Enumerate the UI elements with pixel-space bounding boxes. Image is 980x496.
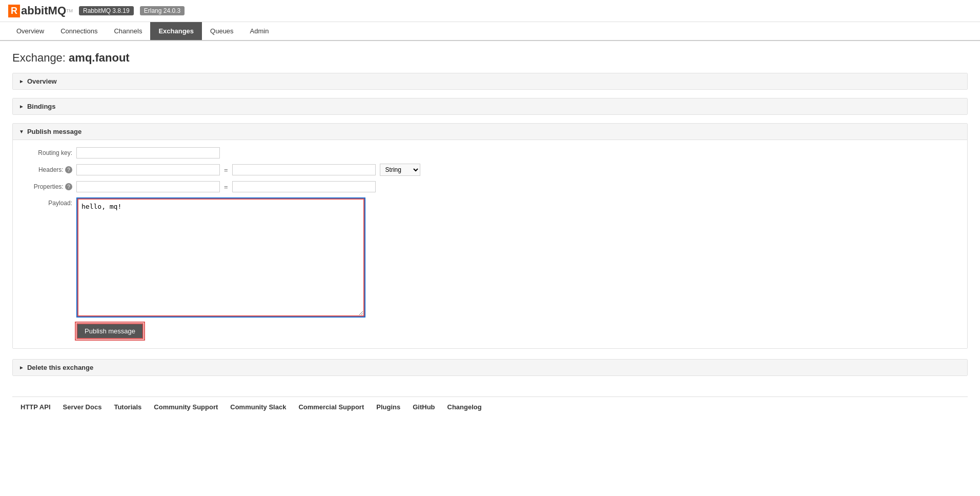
footer-changelog[interactable]: Changelog	[447, 403, 482, 411]
logo-area: RabbitMQTM RabbitMQ 3.8.19 Erlang 24.0.3	[8, 4, 185, 17]
bindings-section-header[interactable]: ► Bindings	[13, 98, 967, 114]
headers-type-select[interactable]: String Number Boolean	[380, 164, 420, 176]
chevron-right-icon-bindings: ►	[19, 104, 24, 109]
headers-row: Headers: ? = String Number Boolean	[21, 164, 959, 176]
headers-label: Headers: ?	[21, 166, 72, 174]
footer-tutorials[interactable]: Tutorials	[114, 403, 141, 411]
page-title: Exchange: amq.fanout	[12, 51, 968, 65]
logo-mq: abbitMQ	[21, 4, 66, 17]
chevron-right-icon-delete: ►	[19, 365, 24, 370]
payload-label: Payload:	[21, 197, 72, 207]
delete-section: ► Delete this exchange	[12, 359, 968, 376]
nav-channels[interactable]: Channels	[106, 22, 150, 40]
erlang-badge: Erlang 24.0.3	[140, 6, 185, 15]
properties-key-input[interactable]	[76, 181, 220, 192]
properties-equals: =	[224, 183, 228, 191]
chevron-right-icon: ►	[19, 78, 24, 84]
publish-section-header[interactable]: ▼ Publish message	[13, 124, 967, 140]
overview-section: ► Overview	[12, 73, 968, 90]
delete-section-header[interactable]: ► Delete this exchange	[13, 360, 967, 375]
properties-help-icon[interactable]: ?	[65, 183, 72, 190]
properties-row: Properties: ? =	[21, 181, 959, 192]
chevron-down-icon-publish: ▼	[19, 129, 24, 134]
payload-row: Payload: hello, mq!	[21, 197, 959, 318]
routing-key-label: Routing key:	[21, 149, 72, 156]
payload-textarea[interactable]: hello, mq!	[77, 199, 364, 316]
main-nav: Overview Connections Channels Exchanges …	[0, 22, 980, 41]
footer-plugins[interactable]: Plugins	[376, 403, 400, 411]
footer-server-docs[interactable]: Server Docs	[63, 403, 102, 411]
footer-http-api[interactable]: HTTP API	[21, 403, 51, 411]
nav-overview[interactable]: Overview	[8, 22, 52, 40]
footer-commercial-support[interactable]: Commercial Support	[298, 403, 364, 411]
overview-section-label: Overview	[27, 77, 57, 85]
properties-label: Properties: ?	[21, 183, 72, 191]
publish-section: ▼ Publish message Routing key: Headers: …	[12, 123, 968, 349]
headers-equals: =	[224, 166, 228, 174]
headers-key-input[interactable]	[76, 164, 220, 175]
publish-button[interactable]: Publish message	[76, 323, 144, 339]
headers-help-icon[interactable]: ?	[65, 166, 72, 173]
nav-queues[interactable]: Queues	[202, 22, 242, 40]
payload-blue-border: hello, mq!	[76, 197, 365, 318]
publish-button-wrap: Publish message	[76, 323, 959, 339]
logo-tm: TM	[66, 8, 73, 13]
routing-key-row: Routing key:	[21, 147, 959, 158]
bindings-section: ► Bindings	[12, 98, 968, 115]
properties-value-input[interactable]	[232, 181, 376, 192]
publish-section-body: Routing key: Headers: ? = String Number …	[13, 140, 967, 348]
main-content: Exchange: amq.fanout ► Overview ► Bindin…	[0, 41, 980, 427]
footer-community-slack[interactable]: Community Slack	[230, 403, 286, 411]
footer: HTTP API Server Docs Tutorials Community…	[12, 396, 968, 417]
version-badge: RabbitMQ 3.8.19	[79, 6, 134, 15]
footer-community-support[interactable]: Community Support	[154, 403, 218, 411]
nav-exchanges[interactable]: Exchanges	[150, 22, 202, 40]
payload-wrapper: hello, mq!	[76, 197, 365, 318]
overview-section-header[interactable]: ► Overview	[13, 73, 967, 89]
nav-admin[interactable]: Admin	[242, 22, 277, 40]
bindings-section-label: Bindings	[27, 103, 56, 110]
logo-box-r: R	[8, 5, 20, 17]
header: RabbitMQTM RabbitMQ 3.8.19 Erlang 24.0.3	[0, 0, 980, 22]
publish-section-label: Publish message	[27, 128, 81, 135]
delete-section-label: Delete this exchange	[27, 364, 93, 371]
routing-key-input[interactable]	[76, 147, 220, 158]
logo: RabbitMQTM	[8, 4, 73, 17]
footer-github[interactable]: GitHub	[413, 403, 435, 411]
nav-connections[interactable]: Connections	[52, 22, 106, 40]
headers-value-input[interactable]	[232, 164, 376, 175]
exchange-name: amq.fanout	[69, 51, 130, 64]
